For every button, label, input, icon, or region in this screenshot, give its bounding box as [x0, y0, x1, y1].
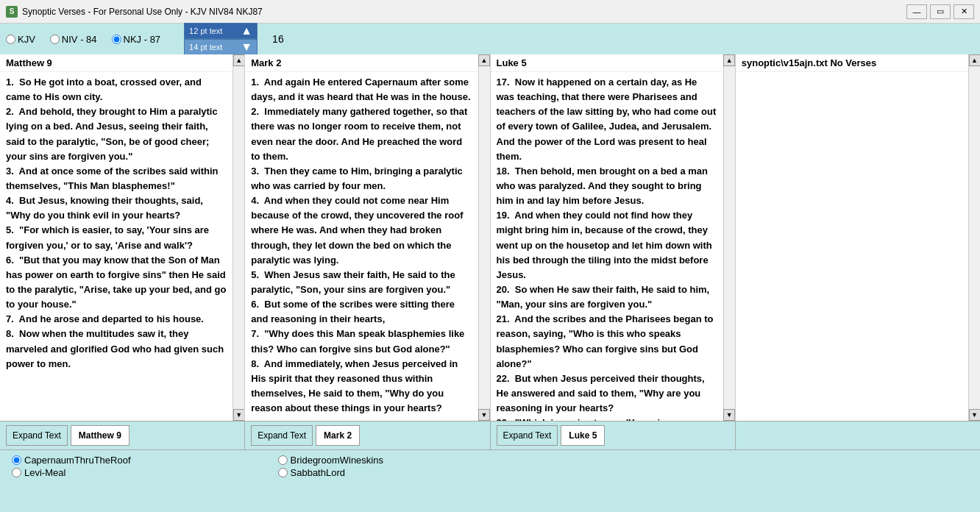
kjv-radio[interactable] [6, 35, 15, 44]
synoptic-panel: synoptic\v15ajn.txt No Verses [736, 54, 968, 421]
panels-container: Matthew 9 1. So He got into a boat, cros… [0, 54, 980, 421]
kjv-radio-label[interactable]: KJV [6, 34, 35, 45]
mark-scrollbar[interactable]: ▲ ▼ [478, 54, 490, 421]
matthew-scroll-down[interactable]: ▼ [233, 409, 245, 421]
luke-scrollbar[interactable]: ▲ ▼ [723, 54, 735, 421]
titlebar: S Synoptic Verses - For Personal Use Onl… [0, 0, 980, 24]
luke-scroll[interactable]: 17. Now it happened on a certain day, as… [491, 72, 723, 421]
matthew-panel-wrapper: Matthew 9 1. So He got into a boat, cros… [0, 54, 245, 421]
app-icon: S [6, 6, 18, 18]
mark-header-title: Mark 2 [251, 57, 281, 68]
mark-scroll[interactable]: 1. And again He entered Capernaum after … [245, 72, 477, 421]
capernaumThruTheRoof-label[interactable]: CapernaumThruTheRoof [12, 455, 131, 466]
matthew-panel: Matthew 9 1. So He got into a boat, cros… [0, 54, 232, 421]
bridegroomWineskins-label[interactable]: BridegroomWineskins [278, 455, 397, 466]
matthew-content: 1. So He got into a boat, crossed over, … [6, 75, 227, 371]
luke-scroll-down[interactable]: ▼ [723, 409, 735, 421]
mark-panel-wrapper: Mark 2 1. And again He entered Capernaum… [245, 54, 490, 421]
mark-footer: Expand Text Mark 2 [245, 422, 490, 449]
close-button[interactable]: ✕ [954, 4, 974, 19]
panels-footer: Expand Text Matthew 9 Expand Text Mark 2… [0, 421, 980, 450]
bridegroomWineskins-radio[interactable] [278, 455, 288, 465]
luke-chapter-tab[interactable]: Luke 5 [561, 425, 605, 446]
luke-panel-header: Luke 5 [491, 54, 723, 72]
matthew-footer: Expand Text Matthew 9 [0, 422, 245, 449]
matthew-panel-header: Matthew 9 [0, 54, 232, 72]
luke-expand-button[interactable]: Expand Text [497, 425, 558, 446]
sabbathLord-label[interactable]: SabbathLord [278, 467, 397, 478]
app-title: Synoptic Verses - For Personal Use Only … [22, 7, 263, 17]
nkj87-radio[interactable] [112, 35, 121, 44]
font-size-selector: 12 pt text ▲ 14 pt text ▼ [184, 23, 258, 55]
luke-panel-wrapper: Luke 5 17. Now it happened on a certain … [491, 54, 736, 421]
nkj87-radio-label[interactable]: NKJ - 87 [112, 34, 161, 45]
niv84-radio[interactable] [50, 35, 60, 44]
font-size-14-button[interactable]: 14 pt text ▼ [184, 39, 258, 55]
window-controls: ― ▭ ✕ [906, 4, 974, 19]
matthew-scroll-up[interactable]: ▲ [233, 54, 245, 66]
luke-footer: Expand Text Luke 5 [491, 422, 736, 449]
matthew-chapter-tab[interactable]: Matthew 9 [71, 425, 129, 446]
matthew-expand-button[interactable]: Expand Text [6, 425, 68, 446]
matthew-scrollbar[interactable]: ▲ ▼ [232, 54, 244, 421]
luke-scroll-up[interactable]: ▲ [723, 54, 735, 66]
matthew-header-title: Matthew 9 [6, 57, 52, 68]
sabbathLord-radio[interactable] [278, 468, 288, 477]
leviMeal-radio[interactable] [12, 468, 21, 477]
version-radio-group: KJV NIV - 84 NKJ - 87 [6, 34, 160, 45]
synoptic-panel-header: synoptic\v15ajn.txt No Verses [736, 54, 968, 72]
bottom-radio-group: CapernaumThruTheRoof BridegroomWineskins… [12, 453, 397, 478]
maximize-button[interactable]: ▭ [930, 4, 951, 19]
synoptic-scroll-up[interactable]: ▲ [969, 54, 981, 66]
matthew-scroll[interactable]: 1. So He got into a boat, crossed over, … [0, 72, 232, 421]
leviMeal-label[interactable]: Levi-Meal [12, 467, 131, 478]
capernaumThruTheRoof-radio[interactable] [12, 455, 21, 465]
synoptic-scroll-down[interactable]: ▼ [969, 409, 981, 421]
synoptic-header-title: synoptic\v15ajn.txt No Verses [742, 57, 877, 68]
synoptic-panel-wrapper: synoptic\v15ajn.txt No Verses ▲ ▼ [736, 54, 980, 421]
synoptic-scroll[interactable] [736, 72, 968, 421]
synoptic-scrollbar[interactable]: ▲ ▼ [968, 54, 980, 421]
minimize-button[interactable]: ― [906, 4, 927, 19]
niv84-radio-label[interactable]: NIV - 84 [50, 34, 97, 45]
mark-panel-header: Mark 2 [245, 54, 477, 72]
synoptic-footer [736, 422, 980, 449]
mark-scroll-down[interactable]: ▼ [478, 409, 490, 421]
bottom-bar: CapernaumThruTheRoof BridegroomWineskins… [0, 450, 980, 483]
font-number: 16 [272, 33, 284, 45]
luke-content: 17. Now it happened on a certain day, as… [497, 75, 717, 421]
toolbar: KJV NIV - 84 NKJ - 87 12 pt text ▲ 14 pt… [0, 24, 980, 54]
luke-panel: Luke 5 17. Now it happened on a certain … [491, 54, 723, 421]
mark-scroll-up[interactable]: ▲ [478, 54, 490, 66]
font-size-12-button[interactable]: 12 pt text ▲ [184, 23, 258, 39]
luke-header-title: Luke 5 [497, 57, 527, 68]
mark-expand-button[interactable]: Expand Text [251, 425, 313, 446]
mark-content: 1. And again He entered Capernaum after … [251, 75, 472, 416]
mark-panel: Mark 2 1. And again He entered Capernaum… [245, 54, 477, 421]
mark-chapter-tab[interactable]: Mark 2 [316, 425, 360, 446]
